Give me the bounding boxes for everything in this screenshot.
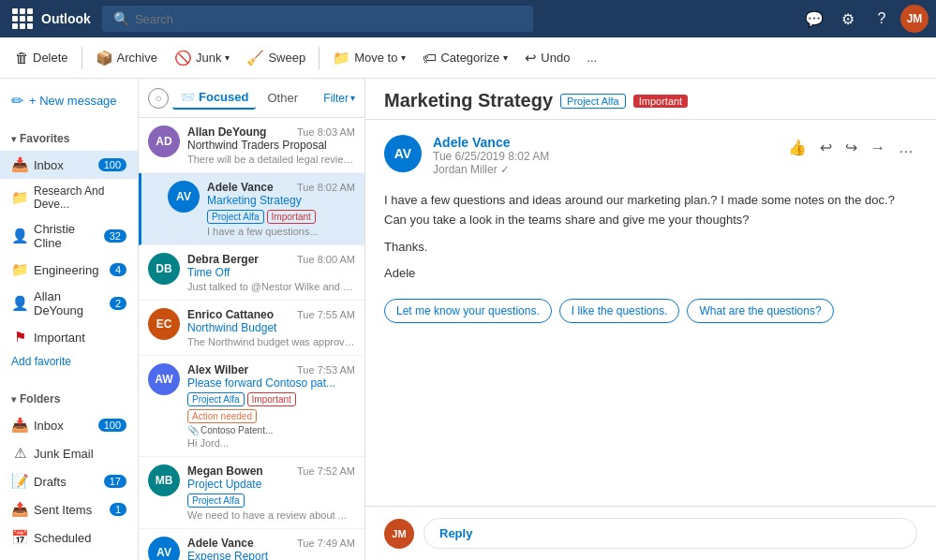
avatar: MB bbox=[148, 464, 180, 496]
sidebar-top: ✏ + New message bbox=[0, 79, 138, 123]
suggest-btn-2[interactable]: I like the questions. bbox=[559, 299, 680, 323]
toolbar-sep-2 bbox=[319, 47, 319, 69]
search-input[interactable] bbox=[135, 12, 522, 26]
sweep-icon: 🧹 bbox=[246, 50, 264, 66]
avatar: EC bbox=[148, 308, 180, 340]
sidebar-folder-drafts[interactable]: 📝 Drafts 17 bbox=[0, 467, 138, 495]
add-favorite-button[interactable]: Add favorite bbox=[0, 351, 138, 372]
email-list-header: ○ 📨 Focused Other Filter ▾ bbox=[139, 79, 364, 118]
favorites-header[interactable]: ▾ Favorites bbox=[0, 126, 138, 151]
junk-button[interactable]: 🚫 Junk ▾ bbox=[167, 46, 237, 70]
more-actions-button[interactable]: … bbox=[895, 136, 917, 160]
folders-header[interactable]: ▾ Folders bbox=[0, 387, 138, 411]
list-item[interactable]: AW Alex Wilber Tue 7:53 AM Please forwar… bbox=[139, 356, 364, 457]
sidebar: ✏ + New message ▾ Favorites 📥 Inbox 100 … bbox=[0, 79, 139, 560]
chat-icon[interactable]: 💬 bbox=[799, 4, 829, 34]
categorize-button[interactable]: 🏷 Categorize ▾ bbox=[415, 46, 515, 69]
email-content: Allan DeYoung Tue 8:03 AM Northwind Trad… bbox=[187, 125, 355, 165]
archive-icon: 📦 bbox=[96, 50, 113, 66]
settings-icon[interactable]: ⚙ bbox=[833, 4, 863, 34]
delete-button[interactable]: 🗑 Delete bbox=[7, 46, 76, 69]
filter-circle[interactable]: ○ bbox=[148, 88, 169, 109]
email-content: Adele Vance Tue 8:02 AM Marketing Strate… bbox=[207, 181, 355, 237]
reply-input[interactable]: Reply bbox=[423, 518, 917, 549]
email-detail-header: AV Adele Vance Tue 6/25/2019 8:02 AM Jor… bbox=[384, 135, 917, 176]
folder-icon: 📁 bbox=[11, 189, 28, 206]
tab-focused[interactable]: 📨 Focused bbox=[172, 86, 256, 110]
sidebar-folder-junk[interactable]: ⚠ Junk Email bbox=[0, 439, 138, 467]
app-grid-icon[interactable] bbox=[7, 4, 37, 34]
forward-button[interactable]: → bbox=[867, 136, 889, 160]
sidebar-item-important[interactable]: ⚑ Important bbox=[0, 323, 138, 351]
email-content: Megan Bowen Tue 7:52 AM Project Update P… bbox=[187, 464, 355, 521]
tag-action: Action needed bbox=[187, 409, 257, 423]
list-item[interactable]: AV Adele Vance Tue 7:49 AM Expense Repor… bbox=[139, 529, 364, 560]
draft-icon: 📝 bbox=[11, 473, 28, 490]
undo-button[interactable]: ↩ Undo bbox=[517, 46, 577, 70]
suggest-btn-1[interactable]: Let me know your questions. bbox=[384, 299, 552, 323]
list-item[interactable]: MB Megan Bowen Tue 7:52 AM Project Updat… bbox=[139, 457, 364, 529]
sidebar-folder-inbox[interactable]: 📥 Inbox 100 bbox=[0, 411, 138, 439]
chevron-down-icon: ▾ bbox=[11, 134, 16, 144]
sidebar-item-allan[interactable]: 👤 Allan DeYoung 2 bbox=[0, 284, 138, 323]
tag-project: Project Alfa bbox=[187, 392, 245, 406]
email-meta: Adele Vance Tue 6/25/2019 8:02 AM Jordan… bbox=[433, 135, 773, 176]
search-bar[interactable]: 🔍 bbox=[102, 6, 533, 32]
like-button[interactable]: 👍 bbox=[784, 135, 810, 160]
tag-important: Important bbox=[267, 210, 316, 224]
toolbar: 🗑 Delete 📦 Archive 🚫 Junk ▾ 🧹 Sweep 📁 Mo… bbox=[0, 37, 936, 79]
junk-icon: 🚫 bbox=[174, 50, 192, 66]
archive-button[interactable]: 📦 Archive bbox=[88, 46, 165, 70]
reading-pane: Marketing Strategy Project Alfa Importan… bbox=[365, 79, 936, 560]
sidebar-item-research[interactable]: 📁 Research And Deve... bbox=[0, 179, 138, 216]
titlebar-actions: 💬 ⚙ ? JM bbox=[799, 4, 929, 34]
reply-all-button[interactable]: ↪ bbox=[841, 135, 861, 160]
person-icon: 👤 bbox=[11, 228, 28, 244]
compose-icon: ✏ bbox=[11, 92, 23, 110]
moveto-chevron: ▾ bbox=[401, 52, 406, 63]
list-item[interactable]: AD Allan DeYoung Tue 8:03 AM Northwind T… bbox=[139, 118, 364, 173]
inbox2-icon: 📥 bbox=[11, 417, 28, 434]
list-item[interactable]: EC Enrico Cattaneo Tue 7:55 AM Northwind… bbox=[139, 301, 364, 356]
reply-button[interactable]: ↩ bbox=[816, 135, 836, 160]
avatar[interactable]: JM bbox=[900, 5, 929, 33]
delete-icon: 🗑 bbox=[15, 50, 29, 66]
attachment: 📎 Contoso Patent... bbox=[187, 425, 355, 435]
avatar: AV bbox=[168, 181, 200, 213]
email-detail-actions: 👍 ↩ ↪ → … bbox=[784, 135, 917, 160]
email-content: Enrico Cattaneo Tue 7:55 AM Northwind Bu… bbox=[187, 308, 355, 347]
filter-button[interactable]: Filter ▾ bbox=[323, 92, 355, 105]
badge-important: Important bbox=[633, 95, 688, 108]
sidebar-item-inbox[interactable]: 📥 Inbox 100 bbox=[0, 151, 138, 179]
reading-title: Marketing Strategy bbox=[384, 90, 553, 111]
email-content: Alex Wilber Tue 7:53 AM Please forward C… bbox=[187, 363, 355, 449]
email-list-panel: ○ 📨 Focused Other Filter ▾ AD Allan DeYo… bbox=[139, 79, 365, 560]
email-content: Adele Vance Tue 7:49 AM Expense Report A… bbox=[187, 537, 355, 560]
suggest-btn-3[interactable]: What are the questions? bbox=[687, 299, 833, 323]
sidebar-folder-deleted[interactable]: 🗑 Deleted Items 132 bbox=[0, 552, 138, 560]
sender-avatar: AV bbox=[384, 135, 422, 172]
toolbar-sep-1 bbox=[82, 47, 82, 69]
sent-icon: 📤 bbox=[11, 501, 28, 518]
favorites-section: ▾ Favorites 📥 Inbox 100 📁 Research And D… bbox=[0, 123, 138, 376]
calendar-icon: 📅 bbox=[11, 529, 28, 546]
sidebar-item-engineering[interactable]: 📁 Engineering 4 bbox=[0, 256, 138, 284]
list-item[interactable]: DB Debra Berger Tue 8:00 AM Time Off Jus… bbox=[139, 245, 364, 301]
reply-box: JM Reply bbox=[365, 506, 936, 560]
titlebar: Outlook 🔍 💬 ⚙ ? JM bbox=[0, 0, 936, 37]
new-message-button[interactable]: ✏ + New message bbox=[11, 86, 117, 115]
sidebar-item-christie[interactable]: 👤 Christie Cline 32 bbox=[0, 216, 138, 256]
sidebar-folder-sent[interactable]: 📤 Sent Items 1 bbox=[0, 495, 138, 523]
inbox-icon: 📥 bbox=[11, 156, 28, 173]
sweep-button[interactable]: 🧹 Sweep bbox=[239, 46, 313, 70]
moveto-button[interactable]: 📁 Move to ▾ bbox=[325, 46, 413, 70]
app-name: Outlook bbox=[41, 11, 91, 26]
sidebar-folder-scheduled[interactable]: 📅 Scheduled bbox=[0, 523, 138, 552]
list-item[interactable]: AV Adele Vance Tue 8:02 AM Marketing Str… bbox=[139, 173, 364, 245]
more-toolbar-button[interactable]: ... bbox=[579, 47, 604, 68]
tab-other[interactable]: Other bbox=[260, 87, 305, 109]
junk-chevron: ▾ bbox=[225, 52, 230, 63]
email-content: Debra Berger Tue 8:00 AM Time Off Just t… bbox=[187, 253, 355, 292]
help-icon[interactable]: ? bbox=[867, 4, 897, 34]
categorize-chevron: ▾ bbox=[503, 52, 508, 63]
